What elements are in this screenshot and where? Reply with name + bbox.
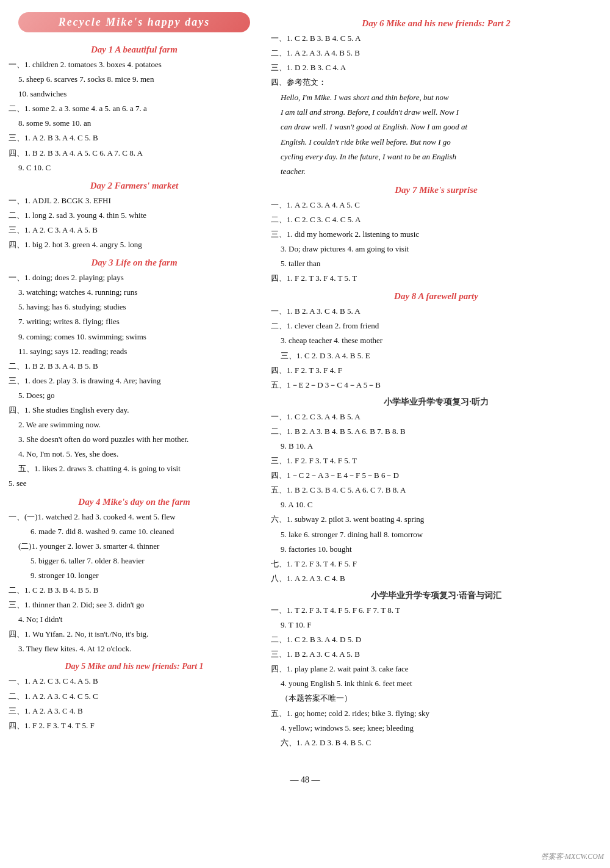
grad-l-line2: 二、1. B 2. A 3. B 4. B 5. A 6. B 7. B 8. … <box>268 425 604 438</box>
day3-line9: 5. Does; go <box>6 389 262 402</box>
day3-line10: 四、1. She studies English every day. <box>6 403 262 417</box>
grad-p-line10: 六、1. A 2. D 3. B 4. B 5. C <box>268 736 604 750</box>
left-column: Recycle Mike's happy days Day 1 A beauti… <box>6 12 262 751</box>
day4-line6: 二、1. C 2. B 3. B 4. B 5. B <box>6 584 262 597</box>
day8-title: Day 8 A farewell party <box>268 291 604 302</box>
day4-line3: (二)1. younger 2. lower 3. smarter 4. thi… <box>6 540 262 553</box>
day4-line1: 一、(一)1. watched 2. had 3. cooked 4. went… <box>6 510 262 524</box>
day3-line1: 一、1. doing; does 2. playing; plays <box>6 271 262 284</box>
day4-line4: 5. bigger 6. taller 7. older 8. heavier <box>6 554 262 568</box>
essay-line4: English. I couldn't ride bike well befor… <box>281 135 604 150</box>
day8-line5: 四、1. F 2. T 3. F 4. F <box>268 364 604 377</box>
day8-line4: 三、1. C 2. D 3. A 4. B 5. E <box>268 349 604 363</box>
day4-line2: 6. made 7. did 8. washed 9. came 10. cle… <box>6 525 262 538</box>
day1-line4: 二、1. some 2. a 3. some 4. a 5. an 6. a 7… <box>6 102 262 115</box>
grad-p-line1: 一、1. T 2. F 3. T 4. F 5. F 6. F 7. T 8. … <box>268 604 604 617</box>
grad-p-line4: 三、1. B 2. A 3. C 4. A 5. B <box>268 648 604 661</box>
day4-line9: 四、1. Wu Yifan. 2. No, it isn't./No, it's… <box>6 627 262 641</box>
essay-line6: teacher. <box>281 164 604 179</box>
day4-title: Day 4 Mike's day on the farm <box>6 497 262 507</box>
day3-line5: 9. coming; comes 10. swimming; swims <box>6 330 262 344</box>
grad-l-line11: 七、1. T 2. F 3. T 4. F 5. F <box>268 557 604 571</box>
day5-title: Day 5 Mike and his new friends: Part 1 <box>6 662 262 671</box>
day6-line3: 三、1. D 2. B 3. C 4. A <box>268 61 604 74</box>
day8-line3: 3. cheap teacher 4. these mother <box>268 334 604 347</box>
right-column: Day 6 Mike and his new friends: Part 2 一… <box>268 12 604 751</box>
day1-line6: 三、1. A 2. B 3. A 4. C 5. B <box>6 131 262 145</box>
essay-line3: can draw well. I wasn't good at English.… <box>281 120 604 134</box>
day2-line2: 二、1. long 2. sad 3. young 4. thin 5. whi… <box>6 209 262 222</box>
grad-l-line9: 5. lake 6. stronger 7. dining hall 8. to… <box>268 528 604 541</box>
day3-line8: 三、1. does 2. play 3. is drawing 4. Are; … <box>6 374 262 388</box>
watermark: 答案客·MXCW.COM <box>541 852 604 862</box>
day4-line5: 9. stronger 10. longer <box>6 569 262 582</box>
day3-line4: 7. writing; writes 8. flying; flies <box>6 315 262 328</box>
day6-line1: 一、1. C 2. B 3. B 4. C 5. A <box>268 32 604 45</box>
grad-p-line6: 4. young English 5. ink think 6. feet me… <box>268 677 604 690</box>
day1-line7: 四、1. B 2. B 3. A 4. A 5. C 6. A 7. C 8. … <box>6 146 262 160</box>
day5-line4: 四、1. F 2. F 3. T 4. T 5. F <box>6 719 262 732</box>
essay-line1: Hello, I'm Mike. I was short and thin be… <box>281 90 604 105</box>
day1-line2: 5. sheep 6. scarves 7. socks 8. mice 9. … <box>6 73 262 86</box>
day7-line3: 三、1. did my homework 2. listening to mus… <box>268 228 604 241</box>
day7-line6: 四、1. F 2. T 3. F 4. T 5. T <box>268 272 604 285</box>
day6-line4: 四、参考范文： <box>268 76 604 89</box>
day3-line6: 11. saying; says 12. reading; reads <box>6 345 262 358</box>
grad-l-line1: 一、1. C 2. C 3. A 4. B 5. A <box>268 410 604 424</box>
grad-p-line2: 9. T 10. F <box>268 618 604 632</box>
grad-phonics-title: 小学毕业升学专项复习·语音与词汇 <box>268 590 604 601</box>
day6-title: Day 6 Mike and his new friends: Part 2 <box>268 18 604 29</box>
day3-line11: 2. We are swimming now. <box>6 418 262 432</box>
day3-line2: 3. watching; watches 4. running; runs <box>6 286 262 299</box>
page-number: — 48 — <box>0 775 610 785</box>
day3-title: Day 3 Life on the farm <box>6 258 262 268</box>
day2-line1: 一、1. ADJL 2. BCGK 3. EFHI <box>6 194 262 208</box>
essay-line2: I am tall and strong. Before, I couldn't… <box>281 105 604 120</box>
grad-l-line4: 三、1. F 2. F 3. T 4. F 5. T <box>268 454 604 468</box>
grad-l-line12: 八、1. A 2. A 3. C 4. B <box>268 572 604 585</box>
essay-line5: cycling every day. In the future, I want… <box>281 150 604 164</box>
grad-p-line5: 四、1. play plane 2. wait paint 3. cake fa… <box>268 662 604 676</box>
day1-line8: 9. C 10. C <box>6 161 262 175</box>
day4-line10: 3. They flew kites. 4. At 12 o'clock. <box>6 642 262 656</box>
day3-line12: 3. She doesn't often do word puzzles wit… <box>6 433 262 446</box>
day4-line7: 三、1. thinner than 2. Did; see 3. didn't … <box>6 598 262 612</box>
day4-line8: 4. No; I didn't <box>6 613 262 626</box>
grad-p-line3: 二、1. C 2. B 3. A 4. D 5. D <box>268 633 604 646</box>
day8-line6: 五、1－E 2－D 3－C 4－A 5－B <box>268 378 604 392</box>
grad-listening-title: 小学毕业升学专项复习·听力 <box>268 397 604 408</box>
day7-title: Day 7 Mike's surprise <box>268 185 604 195</box>
grad-l-line8: 六、1. subway 2. pilot 3. went boating 4. … <box>268 513 604 526</box>
day3-line7: 二、1. B 2. B 3. A 4. B 5. B <box>6 360 262 373</box>
day7-line4: 3. Do; draw pictures 4. am going to visi… <box>268 242 604 256</box>
day1-title: Day 1 A beautiful farm <box>6 45 262 55</box>
day3-line15: 5. see <box>6 477 262 490</box>
day6-line2: 二、1. A 2. A 3. A 4. B 5. B <box>268 46 604 60</box>
grad-p-line9: 4. yellow; windows 5. see; knee; bleedin… <box>268 722 604 735</box>
day5-line2: 二、1. A 2. A 3. C 4. C 5. C <box>6 690 262 703</box>
grad-l-line3: 9. B 10. A <box>268 439 604 453</box>
grad-l-line7: 9. A 10. C <box>268 498 604 512</box>
day2-title: Day 2 Farmers' market <box>6 181 262 191</box>
day7-line5: 5. taller than <box>268 257 604 270</box>
day1-line1: 一、1. children 2. tomatoes 3. boxes 4. po… <box>6 58 262 71</box>
grad-p-line8: 五、1. go; home; cold 2. rides; bike 3. fl… <box>268 707 604 720</box>
grad-p-line7: （本题答案不唯一） <box>268 692 604 705</box>
day7-line1: 一、1. A 2. C 3. A 4. A 5. C <box>268 198 604 212</box>
day3-line3: 5. having; has 6. studying; studies <box>6 300 262 314</box>
grad-l-line10: 9. factories 10. bought <box>268 543 604 556</box>
day3-line14: 五、1. likes 2. draws 3. chatting 4. is go… <box>6 462 262 476</box>
day8-line1: 一、1. B 2. A 3. C 4. B 5. A <box>268 305 604 318</box>
day8-line2: 二、1. clever clean 2. from friend <box>268 319 604 333</box>
title-banner: Recycle Mike's happy days <box>18 12 250 32</box>
grad-l-line5: 四、1－C 2－A 3－E 4－F 5－B 6－D <box>268 469 604 482</box>
day2-line3: 三、1. A 2. C 3. A 4. A 5. B <box>6 223 262 237</box>
day5-line1: 一、1. A 2. C 3. C 4. A 5. B <box>6 675 262 688</box>
day7-line2: 二、1. C 2. C 3. C 4. C 5. A <box>268 213 604 226</box>
day1-line3: 10. sandwiches <box>6 87 262 101</box>
grad-l-line6: 五、1. B 2. C 3. B 4. C 5. A 6. C 7. B 8. … <box>268 483 604 497</box>
day2-line4: 四、1. big 2. hot 3. green 4. angry 5. lon… <box>6 238 262 251</box>
day1-line5: 8. some 9. some 10. an <box>6 117 262 130</box>
day3-line13: 4. No, I'm not. 5. Yes, she does. <box>6 447 262 461</box>
day5-line3: 三、1. A 2. A 3. C 4. B <box>6 704 262 718</box>
